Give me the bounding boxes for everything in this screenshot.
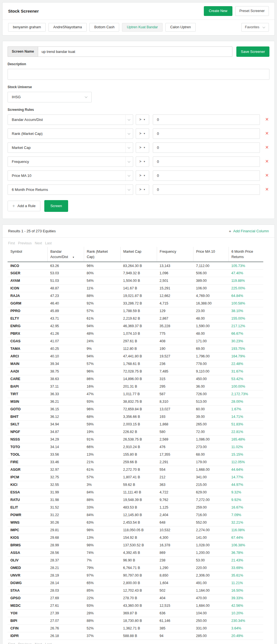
column-header-symbol[interactable]: Symbol [8,247,47,262]
delete-rule-icon[interactable]: ✕ [265,131,269,136]
symbol-cell[interactable]: MSIN [8,398,47,406]
symbol-cell[interactable]: YOII [8,610,47,617]
add-financial-column-link[interactable]: + Add Financial Column [229,229,269,233]
rule-field-select[interactable]: Rank (Market Cap) [8,128,133,139]
pagination-next[interactable]: Next [35,241,42,245]
pagination-last[interactable]: Last [45,241,52,245]
symbol-cell[interactable]: GOTO [8,406,47,413]
symbol-cell[interactable]: OLIV [8,557,47,564]
symbol-cell[interactable]: GGRM [8,300,47,307]
symbol-cell[interactable]: WINS [8,519,47,526]
symbol-cell[interactable]: OMED [8,564,47,572]
symbol-cell[interactable]: NPGF [8,428,47,436]
rule-value-input[interactable] [153,114,260,125]
symbol-cell[interactable]: INCO [8,262,47,270]
pagination-first[interactable]: First [8,241,15,245]
symbol-cell[interactable]: PBRX [8,330,47,338]
rule-operator-select[interactable]: >▼ [136,142,149,153]
symbol-cell[interactable]: UNVR [8,572,47,579]
pagination-first[interactable]: First [8,642,15,644]
symbol-cell[interactable]: TIRT [8,390,47,398]
column-header-rank-market-cap-[interactable]: Rank (Market Cap) [84,247,120,262]
create-new-button[interactable]: Create New [204,6,232,16]
save-screener-button[interactable]: Save Screener [236,46,269,57]
rule-value-input[interactable] [153,170,260,181]
symbol-cell[interactable]: ESSA [8,489,47,496]
rule-operator-select[interactable]: >▼ [136,114,149,125]
symbol-cell[interactable]: FIRE [8,458,47,466]
delete-rule-icon[interactable]: ✕ [265,187,269,192]
screen-button[interactable]: Screen [44,200,68,212]
column-header-frequency[interactable]: Frequency [157,247,193,262]
symbol-cell[interactable]: NSSS [8,436,47,443]
rule-field-select[interactable]: 6 Month Price Returns [8,184,133,195]
rule-field-select[interactable]: Frequency [8,156,133,167]
screen-tab-bottom-cash[interactable]: Bottom Cash [89,23,119,32]
symbol-cell[interactable]: MAIN [8,360,47,368]
add-rule-button[interactable]: + Add a Rule [8,201,40,211]
column-header-market-cap[interactable]: Market Cap [120,247,157,262]
favorites-dropdown[interactable]: Favorites [241,23,269,32]
symbol-cell[interactable]: RATU [8,496,47,504]
symbol-cell[interactable]: IDPR [8,632,47,640]
rule-value-input[interactable] [153,142,260,153]
screen-tab-uptren-kuat-bandar[interactable]: Uptren Kuat Bandar [122,23,163,32]
symbol-cell[interactable]: PPRO [8,307,47,315]
symbol-cell[interactable]: ICON [8,285,47,292]
symbol-cell[interactable]: TOTO [8,443,47,451]
symbol-cell[interactable]: CARE [8,375,47,383]
rule-field-select[interactable]: Bandar Accum/Dist [8,114,133,125]
rule-operator-select[interactable]: >▼ [136,128,149,139]
pagination-previous[interactable]: Previous [18,241,32,245]
pagination-next[interactable]: Next [35,642,42,644]
symbol-cell[interactable]: KIOS [8,534,47,542]
delete-rule-icon[interactable]: ✕ [265,117,269,122]
symbol-cell[interactable]: TOOL [8,451,47,458]
symbol-cell[interactable]: KICI [8,481,47,489]
symbol-cell[interactable]: ELIT [8,504,47,511]
symbol-cell[interactable]: ARCI [8,353,47,360]
pagination-previous[interactable]: Previous [18,642,32,644]
symbol-cell[interactable]: ASSA [8,549,47,557]
screen-tab-andresnayottama[interactable]: AndreSNayottama [49,23,87,32]
pagination-last[interactable]: Last [45,642,52,644]
symbol-cell[interactable]: BAPI [8,383,47,390]
symbol-cell[interactable]: AYAM [8,277,47,285]
symbol-cell[interactable]: IMPC [8,526,47,534]
symbol-cell[interactable]: STAA [8,587,47,594]
screen-tab-benyamin-graham[interactable]: benyamin graham [8,23,46,32]
symbol-cell[interactable]: AADI [8,368,47,375]
symbol-cell[interactable]: DGWG [8,579,47,587]
delete-rule-icon[interactable]: ✕ [265,173,269,178]
rule-value-input[interactable] [153,184,260,195]
rule-field-select[interactable]: Market Cap [8,142,133,153]
symbol-cell[interactable]: CFIN [8,625,47,632]
rule-operator-select[interactable]: >▼ [136,184,149,195]
delete-rule-icon[interactable]: ✕ [265,145,269,150]
rule-value-input[interactable] [153,156,260,167]
symbol-cell[interactable]: MEDC [8,602,47,610]
preset-screener-button[interactable]: Preset Screener [235,6,269,16]
rule-field-select[interactable]: Price MA 10 [8,170,133,181]
stock-universe-select[interactable]: IHSG [8,92,92,102]
symbol-cell[interactable]: SKLT [8,421,47,428]
column-header-price-ma-10[interactable]: Price MA 10 [193,247,228,262]
symbol-cell[interactable]: POWR [8,511,47,519]
symbol-cell[interactable]: IPCM [8,474,47,481]
symbol-cell[interactable]: ENRG [8,322,47,330]
column-header-6-month-price-returns[interactable]: 6 Month Price Returns [228,247,263,262]
delete-rule-icon[interactable]: ✕ [265,159,269,164]
rule-value-input[interactable] [153,128,260,139]
symbol-cell[interactable]: BIPI [8,617,47,625]
rule-operator-select[interactable]: >▼ [136,170,149,181]
rule-operator-select[interactable]: >▼ [136,156,149,167]
symbol-cell[interactable]: CGAS [8,338,47,345]
symbol-cell[interactable]: RAJA [8,292,47,300]
symbol-cell[interactable]: ELTY [8,315,47,322]
symbol-cell[interactable]: BHIT [8,413,47,421]
symbol-cell[interactable]: ASGR [8,466,47,474]
symbol-cell[interactable]: SGER [8,270,47,277]
screen-tab-calon-uptren[interactable]: Calon Uptren [165,23,196,32]
column-header-bandar-accum-dist[interactable]: Bandar Accum/Dist▼ [47,247,84,262]
symbol-cell[interactable]: BRMS [8,542,47,549]
